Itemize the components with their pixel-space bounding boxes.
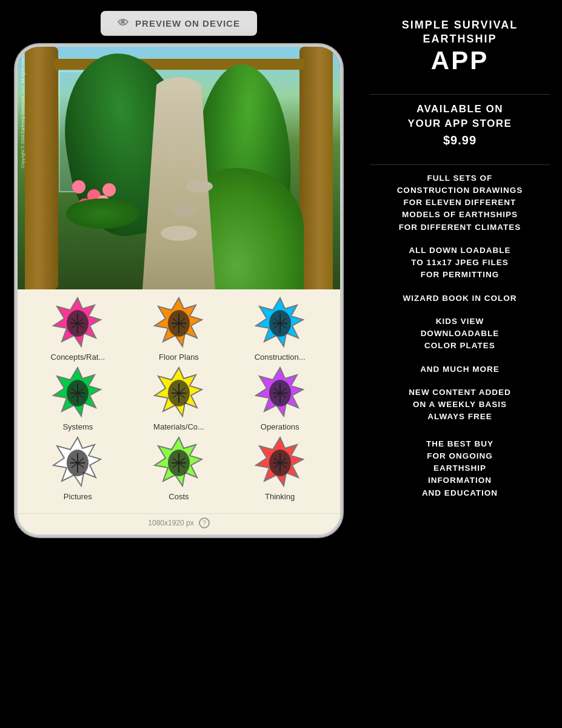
pictures-label: Pictures [64, 492, 92, 501]
app-title-line1: SIMPLE SURVIVAL EARTHSHIP [402, 18, 518, 47]
systems-label: Systems [62, 422, 93, 431]
list-item[interactable]: Pictures [33, 436, 122, 501]
concepts-label: Concepts/Rat... [51, 352, 105, 362]
operations-label: Operations [261, 422, 299, 431]
pictures-icon [51, 436, 104, 490]
concepts-icon [51, 297, 104, 350]
phone-grid: Concepts/Rat... Floor Pl [18, 289, 340, 513]
list-item[interactable]: Materials/Co... [134, 366, 224, 431]
list-item[interactable]: Floor Plans [134, 297, 224, 362]
phone-mockup: Copyright © 2004 Earthship Biotecture, L… [15, 44, 343, 537]
feature-4: KIDS VIEW DOWNLOADABLE COLOR PLATES [421, 315, 500, 352]
price-text: $9.99 [443, 133, 477, 147]
app-title-earthship: EARTHSHIP [423, 33, 497, 45]
preview-button-label: PREVIEW ON DEVICE [135, 18, 240, 29]
available-text: AVAILABLE ON YOUR APP STORE [408, 102, 512, 131]
list-item[interactable]: Costs [134, 436, 224, 501]
feature-2: ALL DOWN LOADABLE TO 11x17 JPEG FILES FO… [409, 244, 510, 281]
divider-1 [370, 94, 550, 95]
earthship-scene: Copyright © 2004 Earthship Biotecture, L… [18, 47, 340, 289]
flowers [66, 180, 139, 229]
thinking-label: Thinking [265, 492, 295, 501]
construction-icon [253, 297, 307, 350]
feature-7: THE BEST BUY FOR ONGOING EARTHSHIP INFOR… [422, 438, 498, 499]
available-line2: YOUR APP STORE [408, 118, 512, 129]
right-panel: SIMPLE SURVIVAL EARTHSHIP APP AVAILABLE … [358, 0, 562, 728]
stone3 [186, 180, 213, 192]
systems-icon [51, 366, 104, 420]
left-panel: 👁 PREVIEW ON DEVICE [0, 0, 358, 728]
list-item[interactable]: Operations [235, 366, 325, 431]
wood-frame-left [25, 47, 58, 289]
thinking-icon [253, 436, 307, 490]
list-item[interactable]: Construction... [235, 297, 325, 362]
help-button[interactable]: ? [199, 517, 210, 528]
eye-icon: 👁 [118, 17, 129, 30]
list-item[interactable]: Concepts/Rat... [33, 297, 122, 362]
flower [102, 183, 116, 197]
stone1 [161, 226, 197, 241]
grid-row-1: Concepts/Rat... Floor Pl [27, 297, 330, 362]
operations-icon [253, 366, 307, 420]
feature-1: FULL SETS OF CONSTRUCTION DRAWINGS FOR E… [397, 172, 523, 234]
app-title-survival: SIMPLE SURVIVAL [402, 19, 518, 31]
phone-resolution: 1080x1920 px [148, 519, 193, 527]
materials-label: Materials/Co... [153, 422, 204, 431]
costs-label: Costs [169, 492, 189, 501]
costs-icon [152, 436, 206, 490]
construction-label: Construction... [255, 352, 306, 362]
floorplans-label: Floor Plans [159, 352, 199, 362]
copyright-text: Copyright © 2004 Earthship Biotecture, L… [21, 48, 25, 168]
feature-3: WIZARD BOOK IN COLOR [403, 292, 517, 305]
grid-row-3: Pictures Costs [27, 436, 330, 501]
grid-row-2: Systems Materials/Co... [27, 366, 330, 431]
floorplans-icon [152, 297, 206, 350]
flower [72, 180, 85, 194]
phone-bottom: 1080x1920 px ? [18, 513, 340, 534]
list-item[interactable]: Systems [33, 366, 122, 431]
flower-leaves [66, 198, 139, 229]
divider-2 [370, 164, 550, 165]
list-item[interactable]: Thinking [235, 436, 325, 501]
materials-icon [152, 366, 206, 420]
feature-6: NEW CONTENT ADDED ON A WEEKLY BASIS ALWA… [409, 386, 511, 423]
feature-5: AND MUCH MORE [420, 363, 500, 376]
phone-image: Copyright © 2004 Earthship Biotecture, L… [18, 47, 340, 289]
app-title-app: APP [431, 47, 489, 75]
available-line1: AVAILABLE ON [416, 103, 503, 115]
preview-button[interactable]: 👁 PREVIEW ON DEVICE [101, 11, 257, 36]
wood-frame-right [299, 47, 333, 289]
